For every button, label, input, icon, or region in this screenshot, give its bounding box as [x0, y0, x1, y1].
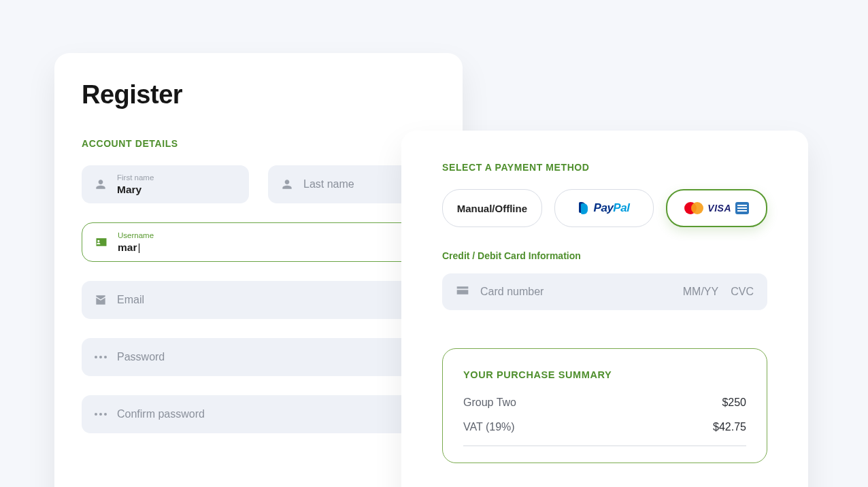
card-number-placeholder: Card number	[480, 286, 544, 298]
account-details-label: ACCOUNT DETAILS	[82, 138, 435, 149]
password-field[interactable]: Password	[82, 338, 435, 376]
summary-item-label: Group Two	[463, 397, 516, 409]
dots-icon	[94, 350, 107, 364]
first-name-value: Mary	[117, 183, 154, 196]
card-exp-placeholder: MM/YY	[683, 286, 718, 298]
payment-method-manual[interactable]: Manual/Offline	[442, 189, 542, 227]
amex-icon	[735, 202, 749, 214]
username-label: Username	[118, 231, 154, 240]
mastercard-icon	[684, 202, 703, 214]
page-title: Register	[82, 80, 435, 110]
email-placeholder: Email	[117, 294, 144, 306]
password-placeholder: Password	[117, 351, 165, 363]
payment-card: SELECT A PAYMENT METHOD Manual/Offline P…	[401, 131, 808, 487]
first-name-label: First name	[117, 173, 154, 182]
credit-card-icon	[456, 284, 469, 300]
email-field[interactable]: Email	[82, 281, 435, 319]
username-field[interactable]: Username mar	[82, 222, 435, 262]
payment-method-cards[interactable]: VISA	[666, 189, 767, 227]
payment-method-label: SELECT A PAYMENT METHOD	[442, 162, 767, 173]
paypal-icon	[579, 202, 588, 214]
payment-method-row: Manual/Offline PayPal VISA	[442, 189, 767, 227]
purchase-summary: YOUR PURCHASE SUMMARY Group Two $250 VAT…	[442, 348, 767, 463]
mail-icon	[94, 293, 107, 307]
first-name-field[interactable]: First name Mary	[82, 165, 249, 203]
payment-method-paypal[interactable]: PayPal	[554, 189, 654, 227]
purchase-summary-title: YOUR PURCHASE SUMMARY	[463, 369, 746, 380]
summary-vat-amount: $42.75	[713, 421, 746, 433]
visa-icon: VISA	[707, 203, 731, 214]
summary-item-price: $250	[722, 397, 746, 409]
confirm-password-placeholder: Confirm password	[117, 408, 205, 420]
card-number-field[interactable]: Card number MM/YY CVC	[442, 273, 767, 310]
payment-method-manual-label: Manual/Offline	[457, 203, 527, 214]
summary-line-item: Group Two $250	[463, 397, 746, 409]
summary-vat-label: VAT (19%)	[463, 421, 515, 433]
last-name-placeholder: Last name	[303, 178, 354, 190]
summary-separator	[463, 446, 746, 446]
username-value: mar	[118, 241, 154, 254]
cc-info-label: Credit / Debit Card Information	[442, 250, 767, 261]
confirm-password-field[interactable]: Confirm password	[82, 395, 435, 433]
paypal-logo: PayPal	[594, 201, 630, 215]
dots-icon	[94, 407, 107, 421]
id-card-icon	[95, 235, 108, 249]
person-icon	[280, 178, 294, 191]
person-icon	[94, 178, 107, 191]
summary-line-vat: VAT (19%) $42.75	[463, 421, 746, 433]
card-cvc-placeholder: CVC	[731, 286, 754, 298]
